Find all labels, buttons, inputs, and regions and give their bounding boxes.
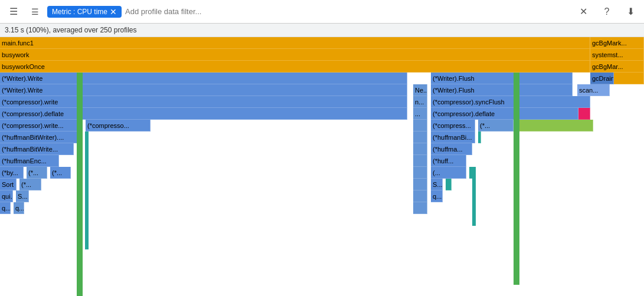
flame-block[interactable]: (*Writer).Write <box>0 84 407 96</box>
flamegraph[interactable]: main.func1gcBgMark...busyworksystemst...… <box>0 37 644 296</box>
list-icon: ☰ <box>9 6 18 17</box>
flame-block[interactable]: Ne... <box>413 84 427 96</box>
toolbar-left: ☰ ☰ Metric : CPU time ✕ <box>5 3 224 21</box>
help-button[interactable]: ? <box>598 3 616 21</box>
help-icon: ? <box>604 6 610 17</box>
flame-block[interactable]: (*... <box>50 167 71 179</box>
flame-block[interactable]: S... <box>16 190 29 202</box>
close-button[interactable]: ✕ <box>574 3 592 21</box>
filter-input[interactable] <box>125 7 224 16</box>
flame-block[interactable]: q... <box>0 202 11 214</box>
flame-block[interactable]: (*... <box>19 179 41 190</box>
flame-block[interactable]: (*Writer).Flush <box>431 73 573 84</box>
flame-block[interactable]: (*compressor).deflate <box>431 108 578 120</box>
download-icon: ⬇ <box>627 6 635 17</box>
flame-block[interactable]: n... <box>413 96 427 108</box>
flame-block[interactable]: (*by... <box>0 167 24 179</box>
flame-block[interactable]: (*huffmanBitWriter).... <box>0 131 83 143</box>
summary-bar: 3.15 s (100%), averaged over 250 profile… <box>0 24 644 37</box>
teal-bar <box>85 131 89 249</box>
flame-block[interactable]: Sort <box>0 179 17 190</box>
toolbar-right: ✕ ? ⬇ <box>574 3 639 21</box>
hamburger-icon: ☰ <box>31 7 39 17</box>
flame-block[interactable]: S... <box>431 179 443 190</box>
flame-block[interactable]: (*compressor).deflate <box>0 108 407 120</box>
teal-bar-right <box>472 167 476 226</box>
flame-block[interactable]: (*compresso... <box>86 120 151 131</box>
flame-block[interactable] <box>413 202 427 214</box>
flame-block[interactable]: (*huffmanEnc... <box>0 155 59 167</box>
flame-block[interactable]: busyworkOnce <box>0 61 590 73</box>
flame-block[interactable] <box>413 131 427 143</box>
flame-block[interactable]: gcBgMark... <box>590 37 644 49</box>
flame-block[interactable]: qui... <box>0 190 13 202</box>
flame-block[interactable]: main.func1 <box>0 37 590 49</box>
flame-block[interactable] <box>413 143 427 155</box>
flame-block[interactable] <box>413 167 427 179</box>
filter-chip[interactable]: Metric : CPU time ✕ <box>47 6 122 18</box>
flame-block[interactable]: (*huff... <box>431 155 466 167</box>
flame-block[interactable]: gcDrain <box>590 73 614 84</box>
flame-block[interactable]: gcBgMar... <box>590 61 644 73</box>
flame-block[interactable]: (*compress... <box>431 120 475 131</box>
flame-block[interactable]: (*compressor).syncFlush <box>431 96 590 108</box>
flame-block[interactable] <box>578 108 590 120</box>
filter-label: Metric : CPU time <box>52 8 107 16</box>
flame-block[interactable]: (*compressor).write <box>0 96 407 108</box>
filter-close-icon[interactable]: ✕ <box>110 7 117 17</box>
close-icon: ✕ <box>580 6 587 17</box>
flame-block[interactable] <box>413 120 427 131</box>
flame-block[interactable]: scan... <box>577 84 610 96</box>
flame-block[interactable]: q... <box>431 190 443 202</box>
green-bar <box>77 73 83 296</box>
flame-block[interactable] <box>413 179 427 190</box>
menu-button[interactable]: ☰ <box>26 3 44 21</box>
flame-block[interactable]: q... <box>14 202 24 214</box>
summary-text: 3.15 s (100%), averaged over 250 profile… <box>5 26 136 34</box>
flame-block[interactable]: busywork <box>0 49 590 61</box>
flame-block[interactable] <box>413 155 427 167</box>
flame-block[interactable] <box>446 179 452 190</box>
flame-block[interactable]: (*... <box>478 120 514 131</box>
list-view-button[interactable]: ☰ <box>5 3 22 21</box>
flame-block[interactable] <box>478 131 481 143</box>
flame-block[interactable]: (... <box>431 167 466 179</box>
flame-block[interactable]: (*huffmanBi... <box>431 131 475 143</box>
flame-block[interactable] <box>614 73 644 84</box>
flame-block[interactable]: (*Writer).Flush <box>431 84 573 96</box>
flame-block[interactable]: (*... <box>27 167 47 179</box>
green-bar-right <box>514 73 519 285</box>
download-button[interactable]: ⬇ <box>622 3 639 21</box>
flame-block[interactable] <box>413 190 427 202</box>
toolbar: ☰ ☰ Metric : CPU time ✕ ✕ ? ⬇ <box>0 0 644 24</box>
flame-block[interactable]: (*huffmanBitWrite... <box>0 143 74 155</box>
flame-block[interactable]: (*compressor).write... <box>0 120 83 131</box>
flame-block[interactable]: (*huffma... <box>431 143 472 155</box>
flame-block[interactable]: systemst... <box>590 49 644 61</box>
flame-block[interactable]: (*Writer).Write <box>0 73 407 84</box>
flame-block[interactable] <box>516 120 593 131</box>
flame-block[interactable]: ... <box>413 108 427 120</box>
